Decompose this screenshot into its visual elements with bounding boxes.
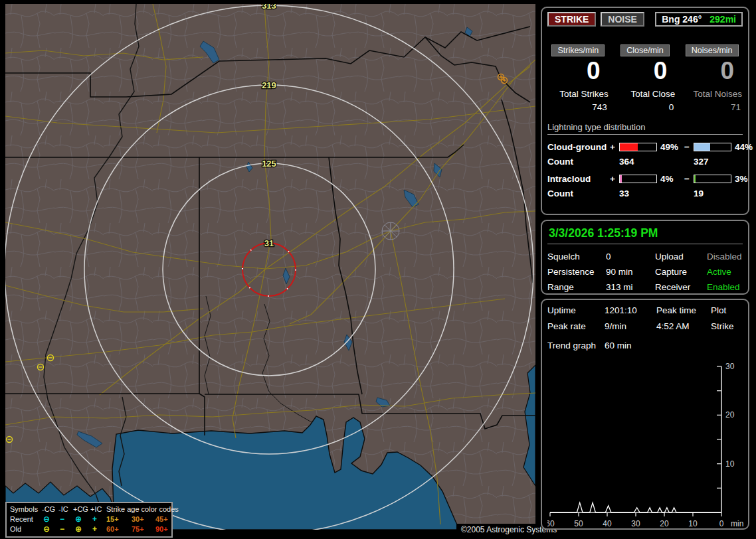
capture-label: Capture: [655, 267, 707, 277]
age-60: 60+: [106, 525, 119, 533]
legend-col-neg-ic: -IC: [58, 505, 68, 513]
strike-toggle-button[interactable]: STRIKE: [547, 12, 596, 27]
intracloud-count-row: Count 33 19: [547, 189, 743, 198]
legend-age-header: Strike age color codes: [106, 505, 179, 513]
receiver-status: Enabled: [707, 282, 743, 292]
clock-status-panel: 3/3/2026 1:25:19 PM Squelch 0 Upload Dis…: [541, 220, 749, 295]
svg-text:219: 219: [262, 80, 276, 90]
upload-status: Disabled: [707, 252, 743, 262]
cloud-ground-count-row: Count 364 327: [547, 157, 743, 167]
old-pos-cg-icon: ⊕: [75, 524, 82, 534]
cloud-ground-row: Cloud-ground + 49% − 44%: [547, 142, 743, 152]
peak-time-label: Peak time: [656, 305, 711, 315]
bearing-readout: Bng 246° 292mi: [655, 12, 743, 27]
neg-ic-count: 19: [694, 189, 731, 198]
neg-cg-bar-fill: [694, 143, 710, 151]
neg-ic-bar-fill: [694, 175, 696, 183]
persistence-label: Persistence: [547, 267, 606, 277]
symbol-legend: Symbols -CG -IC +CG +IC Strike age color…: [5, 502, 173, 538]
svg-text:20: 20: [660, 519, 669, 528]
pos-ic-percent: 4%: [657, 174, 684, 184]
legend-col-pos-ic: +IC: [90, 505, 102, 513]
persistence-value: 90 min: [606, 267, 655, 277]
bearing-label: Bng 246°: [662, 14, 702, 25]
total-noises-value: 71: [681, 102, 743, 112]
intracloud-label: Intracloud: [547, 174, 610, 184]
neg-cg-bar: [694, 143, 731, 151]
legend-symbols-header: Symbols: [10, 505, 38, 513]
pos-cg-count: 364: [619, 157, 657, 167]
close-per-min-value: 0: [614, 57, 676, 86]
close-per-min-chip: Close/min: [620, 44, 670, 56]
total-close-label: Total Close: [614, 89, 676, 99]
range-value: 313 mi: [606, 282, 655, 292]
total-strikes-value: 743: [547, 102, 609, 112]
svg-text:30: 30: [631, 519, 640, 528]
legend-row-recent-label: Recent: [10, 515, 33, 523]
range-label: Range: [547, 282, 606, 292]
svg-text:60: 60: [547, 519, 555, 528]
squelch-value: 0: [606, 252, 655, 262]
city-cluster: [382, 222, 399, 240]
plot-value: Strike: [711, 321, 743, 331]
capture-status: Active: [707, 267, 743, 277]
svg-text:min: min: [731, 519, 743, 528]
intracloud-row: Intracloud + 4% − 3%: [547, 174, 743, 184]
age-75: 75+: [132, 525, 144, 533]
minus-sign: −: [684, 142, 694, 152]
legend-col-neg-cg: -CG: [42, 505, 55, 513]
recent-neg-cg-icon: ⊖: [43, 514, 50, 524]
age-15: 15+: [106, 515, 119, 523]
recent-pos-ic-icon: +: [92, 514, 97, 524]
recent-neg-ic-icon: −: [60, 514, 64, 524]
receiver-label: Receiver: [655, 282, 707, 292]
legend-col-pos-cg: +CG: [73, 505, 88, 513]
old-pos-ic-icon: +: [92, 524, 97, 534]
trend-graph: 3020106050403020100min: [547, 361, 745, 528]
strikes-per-min-chip: Strikes/min: [551, 44, 605, 56]
lightning-map[interactable]: 31321912531: [5, 4, 535, 530]
plus-sign: +: [610, 142, 619, 152]
svg-text:10: 10: [688, 519, 698, 528]
pos-cg-bar-fill: [620, 143, 638, 151]
svg-text:50: 50: [574, 519, 583, 528]
strikes-column: Strikes/min 0 Total Strikes 743: [547, 44, 609, 112]
count-label: Count: [547, 189, 610, 198]
app-window: { "window": { "copyright": "©2005 Astrog…: [0, 0, 756, 539]
pos-ic-bar-fill: [620, 175, 622, 183]
recent-pos-cg-icon: ⊕: [75, 514, 82, 524]
old-neg-cg-icon: ⊖: [43, 524, 50, 534]
peak-rate-label: Peak rate: [547, 321, 605, 331]
noises-per-min-chip: Noises/min: [686, 44, 739, 56]
cloud-ground-label: Cloud-ground: [547, 142, 610, 152]
count-label: Count: [547, 157, 610, 167]
close-column: Close/min 0 Total Close 0: [614, 44, 676, 112]
noise-toggle-button[interactable]: NOISE: [601, 12, 644, 27]
noises-column: Noises/min 0 Total Noises 71: [681, 44, 743, 112]
svg-text:313: 313: [262, 4, 276, 11]
peak-time-value: 4:52 AM: [656, 321, 711, 331]
age-30: 30+: [132, 515, 144, 523]
bearing-distance: 292mi: [709, 14, 736, 25]
neg-ic-percent: 3%: [731, 174, 756, 184]
total-noises-label: Total Noises: [681, 89, 743, 99]
svg-text:10: 10: [725, 459, 735, 469]
svg-text:30: 30: [725, 362, 735, 371]
upload-label: Upload: [655, 252, 707, 262]
minus-sign: −: [684, 174, 694, 184]
pos-cg-bar: [619, 143, 657, 151]
uptime-value: 1201:10: [605, 305, 656, 315]
old-neg-ic-icon: −: [60, 524, 64, 534]
pos-cg-percent: 49%: [657, 142, 684, 152]
map-canvas: 31321912531: [5, 4, 535, 530]
svg-text:40: 40: [603, 519, 612, 528]
svg-text:20: 20: [725, 410, 735, 420]
uptime-label: Uptime: [547, 305, 605, 315]
age-45: 45+: [155, 515, 168, 523]
noises-per-min-value: 0: [681, 57, 743, 86]
pos-ic-count: 33: [619, 189, 657, 198]
pos-ic-bar: [619, 175, 657, 183]
total-strikes-label: Total Strikes: [547, 89, 609, 99]
squelch-label: Squelch: [547, 252, 606, 262]
legend-row-old-label: Old: [10, 525, 21, 533]
